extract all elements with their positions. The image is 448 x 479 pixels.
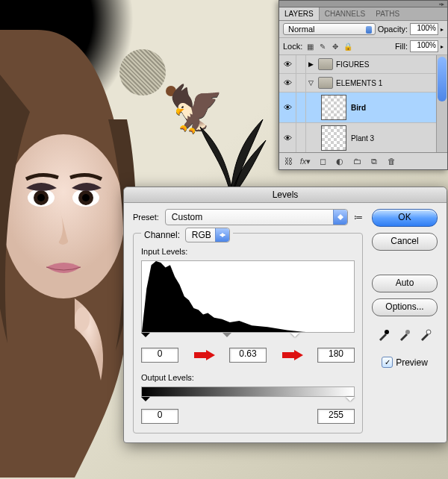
panel-bottom-toolbar: ⛓ fx▾ ◻ ◐ 🗀 ⧉ 🗑 (279, 152, 447, 169)
options-button[interactable]: Options... (372, 298, 438, 316)
tab-layers[interactable]: LAYERS (279, 7, 320, 20)
output-slider[interactable] (141, 397, 355, 406)
layer-thumbnail[interactable] (321, 125, 346, 151)
channel-fieldset: Channel: RGB Input Levels: 0 0.63 180 (133, 233, 363, 433)
gamma-slider[interactable] (223, 333, 231, 342)
svg-point-8 (385, 330, 389, 334)
layer-name: ELEMENTS 1 (336, 79, 382, 87)
visibility-toggle[interactable]: 👁 (279, 123, 296, 152)
lock-label: Lock: (283, 42, 302, 51)
black-point-slider[interactable] (141, 333, 150, 342)
channel-select[interactable]: RGB (185, 228, 230, 242)
black-eyedropper-icon[interactable] (376, 327, 392, 343)
panel-menu-icon[interactable]: ▪▸ (439, 1, 444, 7)
input-gamma-field[interactable]: 0.63 (229, 348, 267, 363)
visibility-toggle[interactable]: 👁 (279, 93, 296, 122)
white-point-slider[interactable] (290, 333, 299, 342)
svg-point-10 (426, 330, 431, 334)
layer-thumbnail[interactable] (321, 95, 346, 120)
cancel-button[interactable]: Cancel (372, 233, 438, 251)
output-black-field[interactable]: 0 (141, 409, 178, 424)
opacity-flyout-icon[interactable]: ▸ (441, 26, 444, 33)
fx-icon[interactable]: fx▾ (299, 155, 311, 167)
input-black-field[interactable]: 0 (141, 348, 178, 363)
mask-icon[interactable]: ◻ (317, 155, 329, 167)
layer-group-elements1[interactable]: 👁 ▽ ELEMENTS 1 (279, 74, 447, 93)
svg-point-3 (37, 194, 45, 201)
blend-mode-select[interactable]: Normal (283, 23, 376, 35)
plant-art (190, 97, 273, 201)
fill-input[interactable]: 100% (410, 40, 438, 52)
folder-icon (318, 58, 333, 70)
panel-grip[interactable]: ▪▸ (279, 1, 447, 7)
svg-point-0 (2, 134, 125, 298)
layer-bird[interactable]: 👁 Bird (279, 93, 447, 123)
input-slider[interactable] (141, 333, 355, 343)
preset-menu-icon[interactable]: ≔ (354, 212, 363, 222)
tab-paths[interactable]: PATHS (370, 7, 405, 20)
scrollbar[interactable] (436, 55, 447, 152)
input-white-field[interactable]: 180 (317, 348, 355, 363)
output-white-field[interactable]: 255 (317, 409, 355, 424)
lock-transparency-icon[interactable]: ▦ (305, 41, 315, 51)
scrollbar-thumb[interactable] (438, 57, 447, 101)
visibility-toggle[interactable]: 👁 (279, 55, 296, 73)
layer-name: FIGURES (336, 60, 369, 69)
disclosure-icon[interactable]: ▽ (306, 79, 315, 87)
trash-icon[interactable]: 🗑 (385, 155, 397, 167)
tab-channels[interactable]: CHANNELS (320, 7, 370, 20)
ok-button[interactable]: OK (372, 209, 438, 227)
layers-panel: ▪▸ LAYERS CHANNELS PATHS Normal Opacity:… (279, 0, 448, 170)
layer-name: Bird (351, 104, 366, 112)
layer-group-figures[interactable]: 👁 ▶ FIGURES (279, 55, 447, 74)
lock-pixels-icon[interactable]: ✎ (317, 41, 328, 51)
folder-icon (318, 77, 333, 89)
auto-button[interactable]: Auto (372, 275, 438, 292)
new-layer-icon[interactable]: ⧉ (368, 155, 380, 167)
svg-point-7 (75, 307, 90, 331)
visibility-toggle[interactable]: 👁 (279, 74, 296, 92)
dialog-title[interactable]: Levels (124, 187, 447, 203)
preset-select[interactable]: Custom (165, 209, 348, 225)
channel-label: Channel: (144, 230, 180, 240)
red-arrow-icon (281, 350, 303, 360)
white-eyedropper-icon[interactable] (417, 327, 434, 343)
lock-all-icon[interactable]: 🔒 (343, 41, 353, 51)
red-arrow-icon (193, 350, 215, 360)
preview-checkbox[interactable]: ✓Preview (382, 357, 428, 368)
lock-position-icon[interactable]: ✥ (330, 41, 340, 51)
output-gradient (141, 386, 355, 397)
preset-label: Preset: (133, 213, 159, 222)
svg-point-9 (405, 330, 410, 334)
input-levels-label: Input Levels: (141, 247, 355, 256)
output-white-slider[interactable] (346, 397, 355, 406)
group-icon[interactable]: 🗀 (351, 155, 363, 167)
disclosure-icon[interactable]: ▶ (306, 60, 315, 68)
levels-dialog: Levels Preset: Custom ≔ Channel: RGB Inp… (123, 187, 447, 443)
preview-label: Preview (396, 357, 428, 368)
layer-name: Plant 3 (351, 134, 374, 143)
svg-point-6 (82, 194, 90, 201)
layer-plant3[interactable]: 👁 Plant 3 (279, 123, 447, 152)
gray-eyedropper-icon[interactable] (396, 327, 413, 343)
output-levels-label: Output Levels: (141, 373, 355, 382)
opacity-label: Opacity: (378, 25, 408, 34)
adjustment-icon[interactable]: ◐ (334, 155, 346, 167)
panel-tabs: LAYERS CHANNELS PATHS (279, 7, 447, 21)
eyedropper-row (376, 327, 434, 343)
link-layers-icon[interactable]: ⛓ (282, 155, 294, 167)
histogram (141, 260, 355, 333)
opacity-input[interactable]: 100% (410, 23, 438, 35)
output-black-slider[interactable] (141, 397, 150, 406)
checkbox-icon: ✓ (382, 357, 393, 368)
fill-flyout-icon[interactable]: ▸ (441, 43, 444, 50)
layers-list: 👁 ▶ FIGURES 👁 ▽ ELEMENTS 1 👁 Bird 👁 Plan… (279, 55, 447, 152)
fill-label: Fill: (395, 42, 408, 51)
